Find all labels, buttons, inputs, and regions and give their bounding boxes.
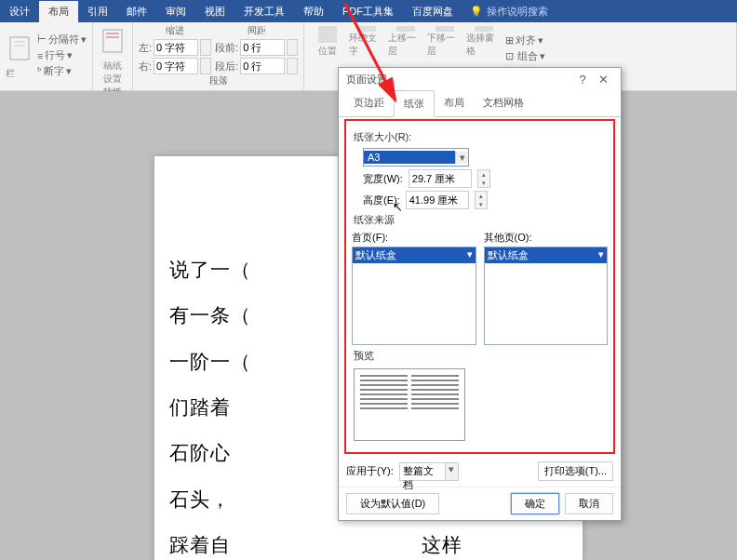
spin-up[interactable] <box>288 59 297 66</box>
dialog-tab-grid[interactable]: 文档网格 <box>474 90 533 116</box>
cancel-button[interactable]: 取消 <box>565 493 613 514</box>
first-page-listbox[interactable]: 默认纸盒▾ <box>352 247 476 345</box>
preview-label: 预览 <box>354 349 608 363</box>
page-icon <box>6 32 34 65</box>
manuscript-icon[interactable] <box>99 24 127 58</box>
manuscript-label: 稿纸 设置 <box>103 60 122 86</box>
paper-size-value: A3 <box>364 151 455 164</box>
ok-button[interactable]: 确定 <box>511 493 559 514</box>
svg-rect-0 <box>10 37 29 60</box>
space-before-input[interactable] <box>240 39 285 56</box>
dialog-title: 页面设置 <box>346 73 572 87</box>
spin-down[interactable] <box>201 66 210 73</box>
tab-pdftools[interactable]: PDF工具集 <box>333 1 403 22</box>
width-input[interactable] <box>409 169 472 188</box>
height-label: 高度(E): <box>363 193 400 207</box>
wrap-text-button[interactable]: 环绕文字 <box>349 24 384 58</box>
lightbulb-icon: 💡 <box>470 6 483 18</box>
chevron-down-icon[interactable]: ▾ <box>445 463 458 480</box>
paper-size-combo[interactable]: A3 ▾ <box>363 148 469 167</box>
tab-design[interactable]: 设计 <box>0 1 39 22</box>
bring-forward-button[interactable]: 上移一层 <box>388 24 423 58</box>
line-numbers-button[interactable]: ≡行号▾ <box>37 48 87 62</box>
spacing-heading: 间距 <box>215 24 298 37</box>
chevron-down-icon: ▾ <box>598 248 604 262</box>
other-pages-listbox[interactable]: 默认纸盒▾ <box>484 247 609 345</box>
spin-up[interactable]: ▴ <box>478 170 489 179</box>
tab-view[interactable]: 视图 <box>195 1 234 22</box>
ribbon-tab-strip: 设计 布局 引用 邮件 审阅 视图 开发工具 帮助 PDF工具集 百度网盘 💡 … <box>0 0 737 22</box>
chevron-down-icon[interactable]: ▾ <box>455 152 468 164</box>
close-icon[interactable]: ✕ <box>593 73 613 87</box>
apply-to-label: 应用于(Y): <box>346 464 394 478</box>
highlighted-area: 纸张大小(R): A3 ▾ 宽度(W): ▴▾ 高度(E): ▴▾ 纸张来源 首… <box>344 119 615 454</box>
preview-box <box>354 368 465 441</box>
first-page-label: 首页(F): <box>352 232 388 243</box>
apply-to-value: 整篇文档 <box>400 463 445 480</box>
space-after-input[interactable] <box>240 58 285 74</box>
indent-left-label: 左: <box>139 41 152 55</box>
indent-left-input[interactable] <box>154 39 198 56</box>
height-input[interactable] <box>406 191 469 209</box>
spin-up[interactable]: ▴ <box>476 192 487 200</box>
width-label: 宽度(W): <box>363 172 403 186</box>
paper-source-label: 纸张来源 <box>354 213 608 227</box>
search-input[interactable]: 操作说明搜索 <box>487 5 548 19</box>
position-button[interactable]: 位置 <box>310 24 345 58</box>
set-default-button[interactable]: 设为默认值(D) <box>346 493 439 514</box>
tab-baidu[interactable]: 百度网盘 <box>403 1 462 22</box>
spin-up[interactable] <box>201 59 210 66</box>
print-options-button[interactable]: 打印选项(T)... <box>538 461 613 481</box>
help-icon[interactable]: ? <box>572 73 593 87</box>
svg-rect-6 <box>318 26 337 43</box>
group-button[interactable]: ⊡组合▾ <box>505 49 545 63</box>
doc-text-line: 踩着自 这样 <box>169 522 568 560</box>
dialog-tab-margins[interactable]: 页边距 <box>344 90 394 116</box>
dialog-tab-paper[interactable]: 纸张 <box>394 90 435 117</box>
tab-mailings[interactable]: 邮件 <box>117 1 156 22</box>
tab-references[interactable]: 引用 <box>78 1 117 22</box>
other-pages-label: 其他页(O): <box>484 232 532 243</box>
breaks-button[interactable]: ⊢分隔符▾ <box>37 33 87 47</box>
page-setup-label[interactable]: 栏 <box>6 67 34 80</box>
tab-layout[interactable]: 布局 <box>39 1 78 22</box>
spin-up[interactable] <box>201 40 210 47</box>
space-after-label: 段后: <box>215 60 238 73</box>
tab-review[interactable]: 审阅 <box>156 1 195 22</box>
spin-down[interactable] <box>288 66 297 73</box>
group-paragraph-title: 段落 <box>139 74 298 89</box>
chevron-down-icon: ▾ <box>467 248 473 262</box>
spin-down[interactable] <box>288 47 297 55</box>
spin-up[interactable] <box>288 40 297 47</box>
page-setup-dialog: 页面设置 ? ✕ 页边距 纸张 布局 文档网格 纸张大小(R): A3 ▾ 宽度… <box>338 67 622 521</box>
apply-to-combo[interactable]: 整篇文档 ▾ <box>399 462 459 481</box>
first-page-value: 默认纸盒 <box>355 248 467 262</box>
indent-right-label: 右: <box>139 60 152 73</box>
tab-developer[interactable]: 开发工具 <box>234 1 294 22</box>
spin-down[interactable]: ▾ <box>478 179 489 187</box>
dialog-tab-layout[interactable]: 布局 <box>435 90 474 116</box>
indent-heading: 缩进 <box>139 24 211 37</box>
tab-help[interactable]: 帮助 <box>294 1 333 22</box>
indent-right-input[interactable] <box>154 58 198 74</box>
space-before-label: 段前: <box>215 41 238 55</box>
align-button[interactable]: ⊞对齐▾ <box>505 33 545 47</box>
hyphen-button[interactable]: ᵇ断字▾ <box>37 64 87 78</box>
other-pages-value: 默认纸盒 <box>488 248 599 262</box>
selection-pane-button[interactable]: 选择窗格 <box>466 24 502 58</box>
spin-down[interactable]: ▾ <box>476 200 487 208</box>
paper-size-label: 纸张大小(R): <box>354 130 608 144</box>
send-backward-button[interactable]: 下移一层 <box>427 24 462 58</box>
spin-down[interactable] <box>201 47 210 55</box>
